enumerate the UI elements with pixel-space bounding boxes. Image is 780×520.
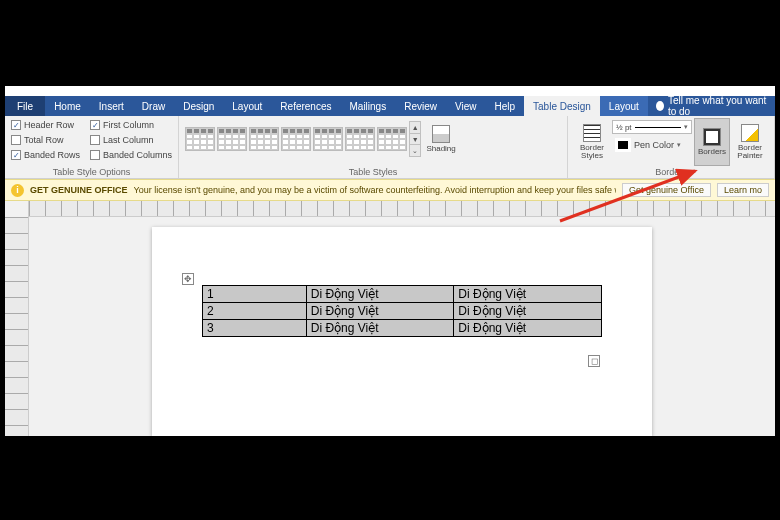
tell-me[interactable]: Tell me what you want to do <box>648 96 775 116</box>
chk-header-row[interactable]: Header Row <box>11 118 80 132</box>
table-resize-handle[interactable]: ◻ <box>588 355 600 367</box>
table-row: 1 Di Động Việt Di Động Việt <box>203 286 602 303</box>
ruler-bar <box>5 201 775 217</box>
msg-title: GET GENUINE OFFICE <box>30 185 128 195</box>
tell-me-label: Tell me what you want to do <box>668 95 767 117</box>
tab-table-design[interactable]: Table Design <box>524 96 600 116</box>
style-thumb[interactable] <box>185 127 215 151</box>
table-move-handle[interactable]: ✥ <box>182 273 194 285</box>
group-label-styles: Table Styles <box>185 167 561 178</box>
group-label-borders: Borders <box>574 167 768 178</box>
border-painter-button[interactable]: Border Painter <box>732 118 768 166</box>
lightbulb-icon <box>656 101 664 111</box>
table-cell[interactable]: Di Động Việt <box>454 286 602 303</box>
chk-total-row[interactable]: Total Row <box>11 133 80 147</box>
tab-draw[interactable]: Draw <box>133 96 174 116</box>
tab-layout[interactable]: Layout <box>223 96 271 116</box>
group-borders: Border Styles ½ pt▾ Pen Color▾ Borders B… <box>568 116 775 178</box>
borders-icon <box>703 128 721 146</box>
pen-weight-select[interactable]: ½ pt▾ <box>612 120 692 134</box>
vertical-ruler[interactable] <box>5 217 29 436</box>
style-thumb[interactable] <box>217 127 247 151</box>
get-genuine-button[interactable]: Get genuine Office <box>622 183 711 197</box>
border-styles-button[interactable]: Border Styles <box>574 118 610 166</box>
table-cell[interactable]: 1 <box>203 286 307 303</box>
tab-review[interactable]: Review <box>395 96 446 116</box>
pen-color-button[interactable]: Pen Color▾ <box>612 136 692 154</box>
msg-body: Your license isn't genuine, and you may … <box>134 185 617 195</box>
tab-references[interactable]: References <box>271 96 340 116</box>
shading-icon <box>432 125 450 143</box>
learn-more-button[interactable]: Learn mo <box>717 183 769 197</box>
style-thumb[interactable] <box>281 127 311 151</box>
style-thumb[interactable] <box>313 127 343 151</box>
tab-file[interactable]: File <box>5 96 45 116</box>
table-row: 3 Di Động Việt Di Động Việt <box>203 320 602 337</box>
chk-banded-rows[interactable]: Banded Rows <box>11 148 80 162</box>
table-styles-gallery[interactable]: ▲▼⌄ Shading <box>185 118 561 160</box>
table-cell[interactable]: Di Động Việt <box>454 320 602 337</box>
pen-color-swatch <box>618 141 628 149</box>
shading-button[interactable]: Shading <box>423 115 459 163</box>
chk-banded-columns[interactable]: Banded Columns <box>90 148 172 162</box>
tab-view[interactable]: View <box>446 96 486 116</box>
tab-insert[interactable]: Insert <box>90 96 133 116</box>
tab-home[interactable]: Home <box>45 96 90 116</box>
warning-icon: i <box>11 184 24 197</box>
border-painter-icon <box>741 124 759 142</box>
document-table[interactable]: 1 Di Động Việt Di Động Việt 2 Di Động Vi… <box>202 285 602 337</box>
tab-help[interactable]: Help <box>485 96 524 116</box>
message-bar: i GET GENUINE OFFICE Your license isn't … <box>5 179 775 201</box>
tab-mailings[interactable]: Mailings <box>340 96 395 116</box>
style-thumb[interactable] <box>249 127 279 151</box>
borders-button[interactable]: Borders <box>694 118 730 166</box>
horizontal-ruler[interactable] <box>29 201 775 217</box>
group-label-options: Table Style Options <box>11 167 172 178</box>
border-styles-icon <box>583 124 601 142</box>
gallery-scroll[interactable]: ▲▼⌄ <box>409 121 421 157</box>
ribbon: Header Row Total Row Banded Rows First C… <box>5 116 775 179</box>
ribbon-tabs: File Home Insert Draw Design Layout Refe… <box>5 96 775 116</box>
table-cell[interactable]: 3 <box>203 320 307 337</box>
style-thumb[interactable] <box>377 127 407 151</box>
style-thumb[interactable] <box>345 127 375 151</box>
group-table-styles: ▲▼⌄ Shading Table Styles <box>179 116 568 178</box>
table-cell[interactable]: 2 <box>203 303 307 320</box>
word-window: File Home Insert Draw Design Layout Refe… <box>5 86 775 436</box>
table-row: 2 Di Động Việt Di Động Việt <box>203 303 602 320</box>
chk-last-column[interactable]: Last Column <box>90 133 172 147</box>
document-page[interactable]: ✥ 1 Di Động Việt Di Động Việt 2 Di Động … <box>152 227 652 436</box>
group-table-style-options: Header Row Total Row Banded Rows First C… <box>5 116 179 178</box>
tab-context-layout[interactable]: Layout <box>600 96 648 116</box>
table-cell[interactable]: Di Động Việt <box>454 303 602 320</box>
table-cell[interactable]: Di Động Việt <box>306 286 454 303</box>
table-cell[interactable]: Di Động Việt <box>306 303 454 320</box>
workspace: ✥ 1 Di Động Việt Di Động Việt 2 Di Động … <box>5 217 775 436</box>
table-cell[interactable]: Di Động Việt <box>306 320 454 337</box>
titlebar <box>5 86 775 96</box>
tab-design[interactable]: Design <box>174 96 223 116</box>
chk-first-column[interactable]: First Column <box>90 118 172 132</box>
